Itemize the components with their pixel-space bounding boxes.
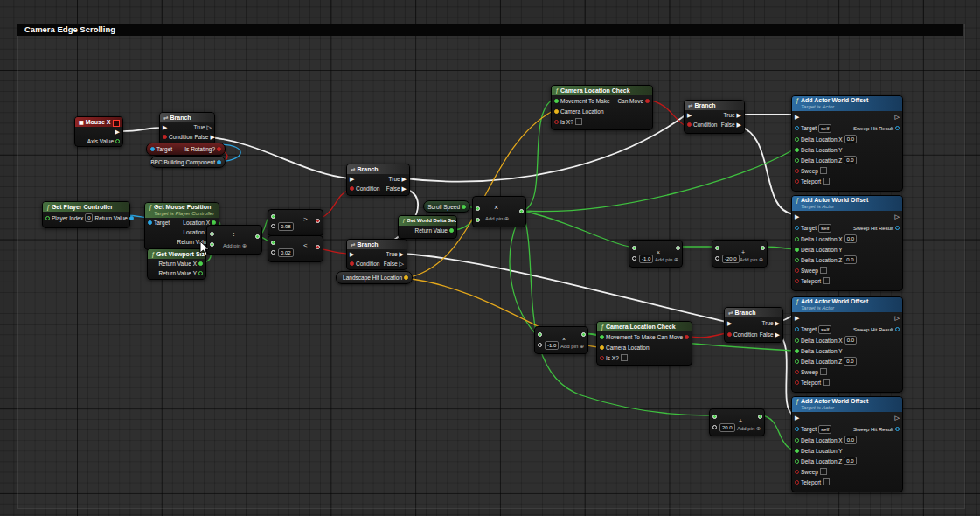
exec-in-pin[interactable]: ▶ [163, 124, 167, 130]
can-move-pin[interactable] [645, 99, 650, 103]
condition-pin[interactable] [350, 186, 354, 191]
exec-in-pin[interactable]: ▶ [795, 114, 799, 120]
out-pin[interactable] [761, 246, 765, 250]
teleport-pin[interactable] [795, 279, 799, 283]
sweep-hit-result-pin[interactable] [895, 126, 900, 130]
float-wires[interactable] [203, 100, 794, 450]
delta-x-value[interactable]: 0.0 [844, 436, 857, 444]
node-add-actor-world-offset-3[interactable]: ƒAdd Actor World Offset Target is Actor … [791, 296, 903, 393]
node-get-world-delta-seconds[interactable]: ƒGet World Delta Seconds Return Value [398, 215, 457, 239]
multiply-in2-pin[interactable] [476, 218, 480, 222]
target-pin[interactable] [150, 147, 155, 151]
target-value[interactable]: self [818, 325, 831, 334]
exec-in-pin[interactable]: ▶ [687, 112, 692, 118]
sweep-pin[interactable] [795, 470, 799, 474]
value-box[interactable]: -1.0 [545, 341, 559, 350]
sweep-pin[interactable] [795, 268, 799, 273]
node-multiply[interactable]: × Add pin ⊕ [472, 196, 526, 227]
greater-value[interactable]: 0.98 [278, 222, 294, 231]
greater-in1-pin[interactable] [271, 214, 275, 219]
teleport-pin[interactable] [795, 380, 799, 385]
movement-to-make-pin[interactable] [554, 99, 559, 103]
scroll-speed-pin[interactable] [462, 205, 466, 209]
delta-y-pin[interactable] [795, 349, 799, 353]
multiply-out-pin[interactable] [519, 209, 524, 213]
node-add-pos20[interactable]: 20.0 + Add pin ⊕ [709, 408, 765, 436]
return-value-x-pin[interactable] [198, 261, 203, 266]
landscape-hit-location-pin[interactable] [404, 275, 408, 280]
node-add-actor-world-offset-1[interactable]: ƒAdd Actor World Offset Target is Actor … [791, 95, 903, 192]
delta-x-pin[interactable] [795, 338, 799, 343]
is-x-pin[interactable] [554, 120, 559, 124]
in2-pin[interactable] [538, 343, 542, 347]
node-multiply-neg1-row[interactable]: -1.0 × Add pin ⊕ [629, 240, 683, 268]
exec-out-pin[interactable]: ▷ [895, 315, 900, 321]
delta-z-value[interactable]: 0.0 [844, 255, 856, 264]
node-camera-location-check-top[interactable]: ƒCamera Location Check Movement To Make … [551, 85, 653, 130]
exec-out-pin[interactable]: ▷ [895, 213, 900, 220]
teleport-checkbox[interactable] [823, 178, 830, 185]
node-add-neg20[interactable]: -20.0 + Add pin ⊕ [712, 240, 768, 268]
delta-y-pin[interactable] [795, 449, 799, 453]
return-value-pin[interactable] [449, 228, 454, 233]
target-pin[interactable] [795, 427, 799, 431]
delta-x-pin[interactable] [795, 438, 799, 443]
true-pin[interactable]: ▶ [737, 112, 741, 118]
false-pin[interactable]: ▶ [775, 331, 780, 338]
node-branch-c[interactable]: ⇄Branch ▶True▶ ConditionFalse▷ [346, 239, 407, 270]
target-pin[interactable] [148, 220, 152, 225]
target-pin[interactable] [795, 126, 799, 130]
target-pin[interactable] [795, 226, 799, 230]
condition-pin[interactable] [727, 332, 732, 337]
add-pin-button[interactable]: Add pin ⊕ [737, 426, 761, 431]
condition-pin[interactable] [350, 261, 354, 266]
target-value[interactable]: self [818, 425, 831, 434]
divide-in1-pin[interactable] [210, 232, 214, 236]
greater-out-pin[interactable] [316, 219, 320, 223]
sweep-pin[interactable] [795, 370, 799, 374]
camera-location-pin[interactable] [554, 109, 559, 114]
in1-pin[interactable] [632, 246, 636, 250]
sweep-checkbox[interactable] [820, 368, 827, 375]
delta-x-value[interactable]: 0.0 [844, 336, 857, 345]
add-pin-button[interactable]: Add pin ⊕ [560, 344, 584, 349]
in1-pin[interactable] [712, 415, 717, 419]
in2-pin[interactable] [632, 256, 636, 261]
sweep-checkbox[interactable] [820, 167, 827, 174]
node-greater[interactable]: 0.98 > [268, 209, 323, 236]
target-pin[interactable] [795, 327, 799, 331]
return-pin[interactable] [217, 147, 221, 151]
teleport-checkbox[interactable] [823, 277, 830, 284]
node-landscape-hit-location[interactable]: Landscape Hit Location [336, 271, 413, 284]
in2-pin[interactable] [715, 256, 719, 261]
sweep-hit-result-pin[interactable] [895, 226, 900, 230]
add-pin-button[interactable]: Add pin ⊕ [655, 257, 678, 262]
delta-x-value[interactable]: 0.0 [844, 234, 857, 243]
out-pin[interactable] [581, 332, 586, 337]
delta-z-pin[interactable] [795, 158, 799, 163]
sweep-hit-result-pin[interactable] [895, 427, 900, 431]
add-pin-button[interactable]: Add pin ⊕ [485, 216, 509, 221]
delta-z-value[interactable]: 0.0 [844, 457, 856, 465]
out-pin[interactable] [758, 415, 762, 419]
exec-out-pin[interactable]: ▷ [895, 114, 900, 120]
is-x-checkbox[interactable] [621, 354, 628, 361]
true-pin[interactable]: ▶ [400, 251, 404, 257]
false-pin[interactable]: ▶ [210, 134, 214, 140]
node-divide[interactable]: ÷ Add pin ⊕ [206, 225, 262, 255]
delta-y-pin[interactable] [795, 148, 799, 152]
node-get-player-controller[interactable]: ƒGet Player Controller Player Index0 Ret… [42, 201, 130, 228]
exec-in-pin[interactable]: ▶ [795, 315, 799, 321]
camera-location-pin[interactable] [600, 345, 604, 350]
less-in1-pin[interactable] [271, 241, 275, 245]
node-less[interactable]: 0.02 < [268, 235, 323, 262]
less-out-pin[interactable] [316, 245, 320, 249]
exec-in-pin[interactable]: ▶ [795, 415, 799, 421]
multiply-in1-pin[interactable] [476, 206, 480, 211]
in1-pin[interactable] [538, 332, 542, 337]
sweep-checkbox[interactable] [820, 468, 827, 475]
node-branch-b[interactable]: ⇄Branch ▶True▶ ConditionFalse▶ [346, 164, 410, 196]
delta-z-pin[interactable] [795, 258, 799, 262]
node-branch-d[interactable]: ⇄Branch ▶True▶ ConditionFalse▶ [684, 100, 745, 134]
can-move-pin[interactable] [685, 335, 689, 339]
